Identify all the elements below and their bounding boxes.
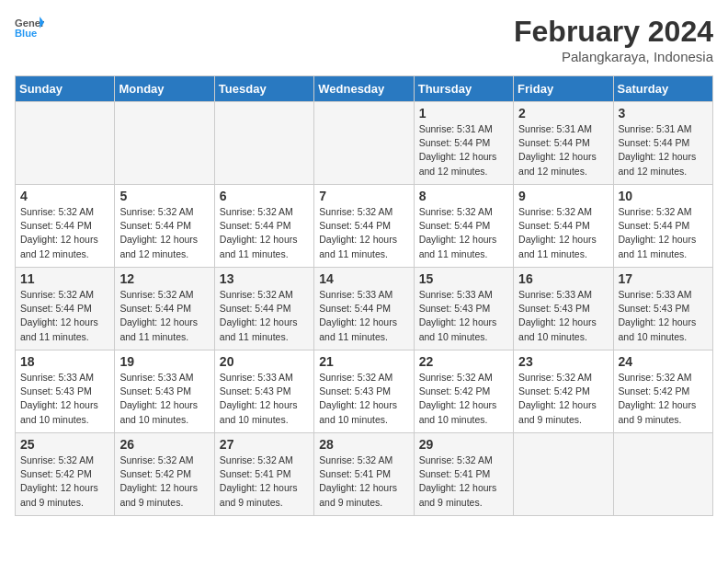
calendar-cell: 8Sunrise: 5:32 AMSunset: 5:44 PMDaylight… <box>414 185 513 268</box>
day-detail: Sunrise: 5:32 AMSunset: 5:41 PMDaylight:… <box>419 454 508 510</box>
week-row-3: 11Sunrise: 5:32 AMSunset: 5:44 PMDayligh… <box>16 268 713 350</box>
calendar-cell: 7Sunrise: 5:32 AMSunset: 5:44 PMDaylight… <box>314 185 414 268</box>
day-detail: Sunrise: 5:33 AMSunset: 5:43 PMDaylight:… <box>20 371 109 427</box>
day-detail: Sunrise: 5:31 AMSunset: 5:44 PMDaylight:… <box>619 122 708 178</box>
day-detail: Sunrise: 5:32 AMSunset: 5:42 PMDaylight:… <box>518 371 608 427</box>
day-detail: Sunrise: 5:33 AMSunset: 5:44 PMDaylight:… <box>319 288 408 344</box>
day-detail: Sunrise: 5:33 AMSunset: 5:43 PMDaylight:… <box>619 288 708 344</box>
day-number: 8 <box>419 189 508 203</box>
calendar-cell: 2Sunrise: 5:31 AMSunset: 5:44 PMDaylight… <box>514 102 613 185</box>
day-detail: Sunrise: 5:33 AMSunset: 5:43 PMDaylight:… <box>119 371 209 427</box>
calendar-cell <box>613 433 712 516</box>
day-detail: Sunrise: 5:32 AMSunset: 5:43 PMDaylight:… <box>319 371 408 427</box>
day-number: 11 <box>20 271 109 286</box>
calendar-cell: 27Sunrise: 5:32 AMSunset: 5:41 PMDayligh… <box>214 433 313 516</box>
page-header: General Blue February 2024 Palangkaraya,… <box>15 15 713 64</box>
calendar-cell: 4Sunrise: 5:32 AMSunset: 5:44 PMDaylight… <box>16 185 115 268</box>
day-number: 2 <box>518 106 608 121</box>
day-number: 12 <box>119 271 209 286</box>
calendar-cell: 3Sunrise: 5:31 AMSunset: 5:44 PMDaylight… <box>613 102 712 185</box>
day-detail: Sunrise: 5:32 AMSunset: 5:44 PMDaylight:… <box>220 288 309 344</box>
calendar-cell: 25Sunrise: 5:32 AMSunset: 5:42 PMDayligh… <box>16 433 115 516</box>
day-detail: Sunrise: 5:33 AMSunset: 5:43 PMDaylight:… <box>220 371 309 427</box>
column-header-thursday: Thursday <box>414 76 513 102</box>
title-block: February 2024 Palangkaraya, Indonesia <box>514 15 713 64</box>
calendar-cell: 20Sunrise: 5:33 AMSunset: 5:43 PMDayligh… <box>214 350 313 433</box>
week-row-1: 1Sunrise: 5:31 AMSunset: 5:44 PMDaylight… <box>16 102 713 185</box>
day-number: 24 <box>619 354 708 369</box>
calendar-cell <box>115 102 214 185</box>
calendar-cell: 10Sunrise: 5:32 AMSunset: 5:44 PMDayligh… <box>613 185 712 268</box>
column-header-sunday: Sunday <box>16 76 115 102</box>
week-row-2: 4Sunrise: 5:32 AMSunset: 5:44 PMDaylight… <box>16 185 713 268</box>
day-detail: Sunrise: 5:31 AMSunset: 5:44 PMDaylight:… <box>518 122 608 178</box>
day-number: 22 <box>419 354 508 369</box>
month-title: February 2024 <box>514 15 713 49</box>
calendar-cell: 19Sunrise: 5:33 AMSunset: 5:43 PMDayligh… <box>115 350 214 433</box>
day-detail: Sunrise: 5:33 AMSunset: 5:43 PMDaylight:… <box>518 288 608 344</box>
day-detail: Sunrise: 5:32 AMSunset: 5:41 PMDaylight:… <box>319 454 408 510</box>
day-number: 4 <box>20 189 109 203</box>
calendar-cell <box>314 102 414 185</box>
column-header-saturday: Saturday <box>613 76 712 102</box>
day-number: 16 <box>518 271 608 286</box>
day-number: 1 <box>419 106 508 121</box>
calendar-cell: 21Sunrise: 5:32 AMSunset: 5:43 PMDayligh… <box>314 350 414 433</box>
calendar-cell: 11Sunrise: 5:32 AMSunset: 5:44 PMDayligh… <box>16 268 115 350</box>
day-number: 10 <box>619 189 708 203</box>
day-detail: Sunrise: 5:32 AMSunset: 5:44 PMDaylight:… <box>119 288 209 344</box>
logo: General Blue <box>15 15 44 40</box>
day-detail: Sunrise: 5:32 AMSunset: 5:44 PMDaylight:… <box>119 205 209 261</box>
day-number: 26 <box>119 437 209 452</box>
day-number: 19 <box>119 354 209 369</box>
day-detail: Sunrise: 5:32 AMSunset: 5:44 PMDaylight:… <box>619 205 708 261</box>
day-detail: Sunrise: 5:32 AMSunset: 5:44 PMDaylight:… <box>20 205 109 261</box>
calendar-cell: 5Sunrise: 5:32 AMSunset: 5:44 PMDaylight… <box>115 185 214 268</box>
day-number: 7 <box>319 189 408 203</box>
calendar-cell: 26Sunrise: 5:32 AMSunset: 5:42 PMDayligh… <box>115 433 214 516</box>
calendar-cell: 23Sunrise: 5:32 AMSunset: 5:42 PMDayligh… <box>514 350 613 433</box>
day-number: 3 <box>619 106 708 121</box>
day-number: 20 <box>220 354 309 369</box>
day-detail: Sunrise: 5:31 AMSunset: 5:44 PMDaylight:… <box>419 122 508 178</box>
day-number: 6 <box>220 189 309 203</box>
day-number: 25 <box>20 437 109 452</box>
day-number: 5 <box>119 189 209 203</box>
day-number: 13 <box>220 271 309 286</box>
calendar-cell: 9Sunrise: 5:32 AMSunset: 5:44 PMDaylight… <box>514 185 613 268</box>
calendar-cell: 22Sunrise: 5:32 AMSunset: 5:42 PMDayligh… <box>414 350 513 433</box>
week-row-4: 18Sunrise: 5:33 AMSunset: 5:43 PMDayligh… <box>16 350 713 433</box>
day-detail: Sunrise: 5:32 AMSunset: 5:44 PMDaylight:… <box>319 205 408 261</box>
calendar-cell: 17Sunrise: 5:33 AMSunset: 5:43 PMDayligh… <box>613 268 712 350</box>
logo-icon: General Blue <box>15 15 44 40</box>
day-number: 23 <box>518 354 608 369</box>
calendar-cell: 13Sunrise: 5:32 AMSunset: 5:44 PMDayligh… <box>214 268 313 350</box>
calendar-cell: 6Sunrise: 5:32 AMSunset: 5:44 PMDaylight… <box>214 185 313 268</box>
column-header-friday: Friday <box>514 76 613 102</box>
column-header-tuesday: Tuesday <box>214 76 313 102</box>
day-number: 29 <box>419 437 508 452</box>
day-detail: Sunrise: 5:32 AMSunset: 5:42 PMDaylight:… <box>20 454 109 510</box>
day-detail: Sunrise: 5:32 AMSunset: 5:42 PMDaylight:… <box>419 371 508 427</box>
day-number: 18 <box>20 354 109 369</box>
week-row-5: 25Sunrise: 5:32 AMSunset: 5:42 PMDayligh… <box>16 433 713 516</box>
day-number: 27 <box>220 437 309 452</box>
svg-text:Blue: Blue <box>15 28 37 39</box>
calendar-cell: 29Sunrise: 5:32 AMSunset: 5:41 PMDayligh… <box>414 433 513 516</box>
calendar-cell: 18Sunrise: 5:33 AMSunset: 5:43 PMDayligh… <box>16 350 115 433</box>
day-detail: Sunrise: 5:32 AMSunset: 5:42 PMDaylight:… <box>619 371 708 427</box>
day-number: 17 <box>619 271 708 286</box>
calendar-cell <box>514 433 613 516</box>
calendar-cell <box>214 102 313 185</box>
day-detail: Sunrise: 5:32 AMSunset: 5:41 PMDaylight:… <box>220 454 309 510</box>
calendar-cell: 24Sunrise: 5:32 AMSunset: 5:42 PMDayligh… <box>613 350 712 433</box>
location-subtitle: Palangkaraya, Indonesia <box>514 49 713 64</box>
day-detail: Sunrise: 5:32 AMSunset: 5:44 PMDaylight:… <box>220 205 309 261</box>
day-number: 15 <box>419 271 508 286</box>
day-detail: Sunrise: 5:32 AMSunset: 5:44 PMDaylight:… <box>518 205 608 261</box>
day-detail: Sunrise: 5:33 AMSunset: 5:43 PMDaylight:… <box>419 288 508 344</box>
calendar-table: SundayMondayTuesdayWednesdayThursdayFrid… <box>15 75 713 516</box>
day-number: 14 <box>319 271 408 286</box>
day-detail: Sunrise: 5:32 AMSunset: 5:44 PMDaylight:… <box>419 205 508 261</box>
calendar-cell: 12Sunrise: 5:32 AMSunset: 5:44 PMDayligh… <box>115 268 214 350</box>
